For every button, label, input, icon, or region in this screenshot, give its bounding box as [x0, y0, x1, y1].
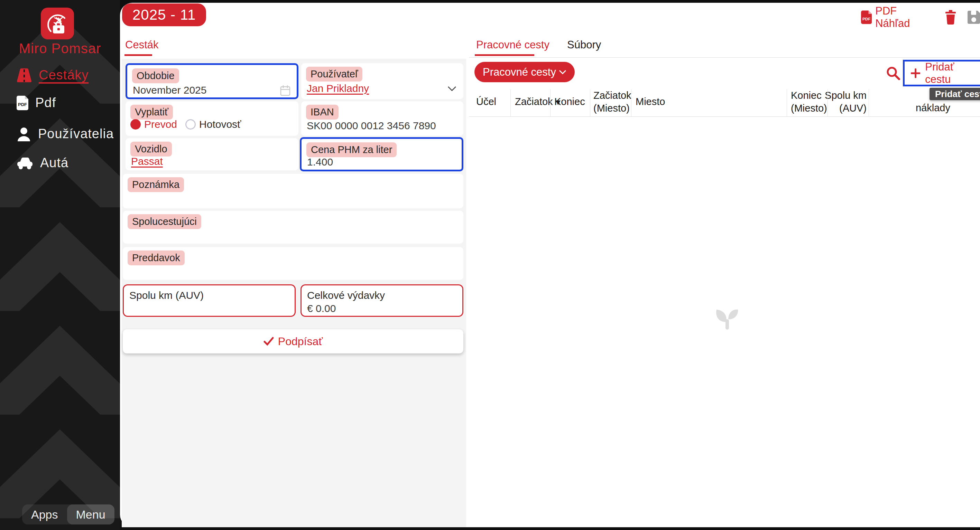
svg-text:PDF: PDF [18, 102, 27, 107]
check-icon [264, 337, 274, 346]
sidebar-item-auta[interactable]: Autá [17, 156, 68, 170]
empty-state-sprout-icon [712, 304, 741, 333]
column-divider [827, 89, 828, 116]
column-divider [550, 89, 550, 116]
field-preddavok-label: Preddavok [127, 251, 185, 265]
field-poznamka-label: Poznámka [127, 177, 184, 192]
car-icon [17, 157, 33, 170]
travel-expense-app: ✈ Miro Pomsar Cestáky PDF Pdf [0, 0, 980, 530]
field-pouzivatel-label: Používateľ [306, 67, 363, 81]
sidebar-item-label: Pdf [35, 95, 56, 110]
chevron-down-icon[interactable] [447, 86, 457, 92]
tab-subory[interactable]: Súbory [567, 39, 601, 51]
field-preddavok[interactable]: Preddavok [123, 247, 463, 280]
travel-logo-icon: ✈ [43, 10, 72, 37]
field-obdobie-label: Obdobie [132, 68, 179, 83]
sign-button[interactable]: Podpísať [123, 329, 463, 354]
radio-prevod-label[interactable]: Prevod [144, 119, 177, 130]
floppy-save-icon [967, 11, 980, 24]
field-spolu-km-label: Spolu km (AUV) [129, 290, 294, 301]
radio-hotovost[interactable] [185, 119, 196, 130]
col-header-naklady[interactable]: náklady [916, 102, 950, 114]
field-obdobie[interactable]: Obdobie November 2025 [126, 63, 298, 99]
field-vyplatit: Vyplatiť Prevod Hotovosť [126, 101, 298, 136]
field-spolucestujuci[interactable]: Spolucestujúci [123, 211, 463, 244]
field-poznamka[interactable]: Poznámka [123, 174, 463, 208]
column-divider [869, 89, 869, 116]
plus-icon [911, 68, 920, 78]
pdf-preview-label: PDF Náhľad [875, 5, 933, 30]
col-header-koniec[interactable]: Koniec [554, 95, 585, 108]
sidebar-item-label: Cestáky [39, 68, 89, 83]
field-celkove-vydavky-label: Celkové výdavky [307, 290, 462, 301]
trips-group-button[interactable]: Pracovné cesty [474, 62, 575, 82]
field-iban-value[interactable]: SK00 0000 0012 3456 7890 [307, 120, 436, 132]
add-trip-tooltip: Pridať cestu [929, 88, 980, 100]
pdf-file-icon: PDF [17, 96, 29, 110]
svg-text:PDF: PDF [862, 17, 870, 21]
tab-cestak[interactable]: Cesták [125, 39, 158, 51]
field-cena-phm-value[interactable]: 1.400 [307, 156, 333, 168]
column-divider [511, 89, 511, 116]
sidebar-item-label: Používatelia [38, 127, 114, 141]
pdf-preview-button[interactable]: PDF PDF Náhľad [861, 5, 933, 30]
field-obdobie-value[interactable]: November 2025 [133, 84, 207, 96]
column-divider [590, 89, 590, 116]
radio-hotovost-label[interactable]: Hotovosť [199, 119, 241, 130]
field-spolu-km: Spolu km (AUV) [123, 284, 296, 317]
table-header-divider [469, 116, 980, 117]
field-cena-phm[interactable]: Cena PHM za liter 1.400 [300, 137, 463, 171]
column-divider [787, 89, 787, 116]
sidebar-item-cestaky[interactable]: Cestáky [17, 68, 89, 83]
chevron-down-icon [559, 70, 566, 75]
field-spolucestujuci-label: Spolucestujúci [127, 214, 201, 229]
tab-pracovne-cesty-indicator [475, 54, 534, 56]
tab-pracovne-cesty[interactable]: Pracovné cesty [476, 39, 549, 51]
field-vyplatit-label: Vyplatiť [130, 105, 173, 119]
apps-menu-switcher: Apps Menu [22, 505, 115, 524]
search-icon[interactable] [886, 66, 900, 81]
field-vozidlo[interactable]: Vozidlo Passat [126, 138, 298, 170]
menu-button[interactable]: Menu [67, 505, 115, 524]
sidebar: ✈ Miro Pomsar Cestáky PDF Pdf [0, 0, 120, 530]
top-toolbar: PDF PDF Náhľad [861, 7, 980, 28]
app-logo[interactable]: ✈ [41, 8, 74, 40]
tab-cestak-indicator [124, 54, 152, 56]
pdf-icon: PDF [861, 10, 872, 24]
field-vozidlo-value[interactable]: Passat [131, 156, 163, 167]
col-header-miesto[interactable]: Miesto [636, 95, 665, 108]
sign-button-label: Podpísať [278, 335, 323, 348]
field-pouzivatel[interactable]: Používateľ Jan Prikladny [301, 63, 463, 99]
col-header-zaciatok-miesto[interactable]: Začiatok (Miesto) [593, 89, 632, 115]
trash-icon [945, 10, 956, 25]
save-button[interactable] [967, 11, 980, 24]
field-celkove-vydavky: Celkové výdavky € 0.00 [301, 284, 463, 317]
radio-prevod[interactable] [130, 119, 141, 130]
calendar-icon[interactable] [280, 85, 291, 96]
field-cena-phm-label: Cena PHM za liter [306, 142, 397, 157]
delete-button[interactable] [945, 10, 956, 25]
col-header-ucel[interactable]: Účel [476, 95, 496, 108]
sidebar-item-pdf[interactable]: PDF Pdf [17, 95, 56, 110]
add-trip-button-label: Pridať cestu [925, 61, 980, 86]
apps-button[interactable]: Apps [22, 505, 67, 524]
field-iban-label: IBAN [306, 105, 339, 119]
tabs-divider [469, 57, 980, 58]
sidebar-item-label: Autá [40, 156, 68, 170]
field-pouzivatel-value[interactable]: Jan Prikladny [307, 83, 369, 94]
col-header-spolu-km[interactable]: Spolu km (AUV) [813, 89, 867, 115]
add-trip-button[interactable]: Pridať cestu [903, 60, 980, 86]
period-badge: 2025 - 11 [122, 3, 206, 26]
user-name: Miro Pomsar [0, 41, 120, 56]
field-vozidlo-label: Vozidlo [130, 142, 172, 157]
field-iban[interactable]: IBAN SK00 0000 0012 3456 7890 [301, 101, 463, 136]
trips-group-button-label: Pracovné cesty [483, 66, 556, 78]
road-icon [17, 68, 32, 83]
column-divider [631, 89, 632, 116]
field-celkove-vydavky-value: € 0.00 [307, 303, 336, 314]
person-icon [17, 127, 31, 141]
sidebar-item-pouzivatelia[interactable]: Používatelia [17, 127, 114, 141]
